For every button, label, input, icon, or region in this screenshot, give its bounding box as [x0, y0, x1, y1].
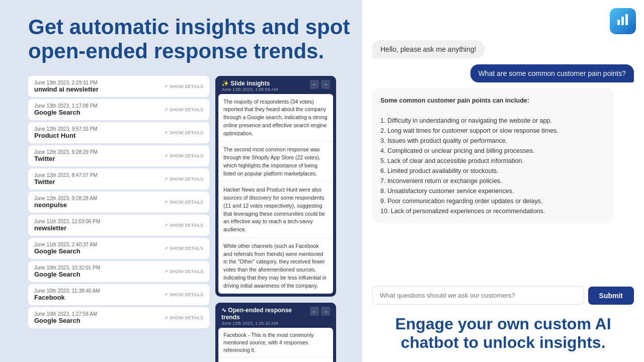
- response-item[interactable]: June 11th 2023, 2:40:37 AM Google Search…: [28, 238, 209, 259]
- response-date: June 11th 2023, 12:03:06 PM: [34, 219, 100, 224]
- show-details-link[interactable]: SHOW DETAILS: [164, 223, 203, 228]
- logo-icon: [616, 13, 630, 30]
- response-date: June 11th 2023, 2:40:37 AM: [34, 242, 97, 247]
- response-date: June 12th 2023, 9:28:28 AM: [34, 196, 97, 201]
- right-panel: Hello, please ask me anything! What are …: [362, 0, 644, 362]
- open-ended-actions: ← →: [310, 307, 330, 316]
- response-date: June 10th 2023, 11:38:40 AM: [34, 288, 100, 294]
- insight-text-block: Hacker News and Product Hunt were also s…: [218, 182, 333, 238]
- response-item-left: June 13th 2023, 1:17:08 PM Google Search: [34, 103, 98, 116]
- headline-line2: open-ended response trends.: [28, 39, 324, 63]
- show-details-link[interactable]: SHOW DETAILS: [164, 269, 203, 274]
- slide-insights-header: ✨ Slide insights June 12th 2023, 1:05:59…: [215, 76, 336, 94]
- show-details-link[interactable]: SHOW DETAILS: [164, 153, 203, 158]
- response-name: Google Search: [34, 270, 100, 278]
- headline-line1: Get automatic insights and spot: [28, 15, 350, 39]
- bot-greeting: Hello, please ask me anything!: [372, 40, 485, 58]
- response-item[interactable]: June 13th 2023, 1:17:08 PM Google Search…: [28, 99, 209, 120]
- headline: Get automatic insights and spot open-end…: [28, 15, 352, 64]
- slide-insights-card: ✨ Slide insights June 12th 2023, 1:05:59…: [215, 76, 336, 297]
- response-item[interactable]: June 12th 2023, 9:57:33 PM Product Hunt …: [28, 122, 209, 143]
- response-item[interactable]: June 12th 2023, 9:28:29 PM Twitter SHOW …: [28, 145, 209, 166]
- response-date: June 13th 2023, 1:17:08 PM: [34, 103, 98, 109]
- chat-area: Hello, please ask me anything! What are …: [372, 10, 634, 274]
- show-details-link[interactable]: SHOW DETAILS: [164, 107, 203, 112]
- response-item-left: June 10th 2023, 11:38:40 AM Facebook: [34, 288, 100, 301]
- response-item[interactable]: June 13th 2023, 2:29:31 PM unwind ai new…: [28, 76, 209, 97]
- response-item-left: June 12th 2023, 9:28:29 PM Twitter: [34, 149, 98, 162]
- tagline-line1: Engage your own custom AI: [395, 315, 611, 333]
- show-details-link[interactable]: SHOW DETAILS: [164, 315, 203, 320]
- insight-text-block: While other channels (such as Facebook a…: [218, 238, 333, 294]
- open-ended-header: ∿ Open-ended response trends June 12th 2…: [215, 303, 336, 328]
- open-ended-title-group: ∿ Open-ended response trends June 12th 2…: [221, 307, 310, 326]
- response-date: June 12th 2023, 9:28:29 PM: [34, 149, 98, 155]
- response-date: June 12th 2023, 9:57:33 PM: [34, 126, 98, 132]
- show-details-link[interactable]: SHOW DETAILS: [164, 246, 203, 251]
- response-item-left: June 10th 2023, 10:32:01 PM Google Searc…: [34, 265, 100, 278]
- response-item[interactable]: June 12th 2023, 9:28:28 AM neonpulse SHO…: [28, 192, 209, 213]
- show-details-link[interactable]: SHOW DETAILS: [164, 176, 203, 182]
- tagline-line2: chatbot to unlock insights.: [400, 333, 605, 351]
- response-name: Twitter: [34, 178, 98, 186]
- slide-insights-title: ✨ Slide insights: [221, 80, 278, 87]
- response-item-left: June 13th 2023, 2:29:31 PM unwind ai new…: [34, 80, 99, 93]
- trend-text-block: Ads - Two responses specifically mention…: [218, 357, 333, 362]
- open-ended-body: Facebook - This is the most commonly men…: [218, 328, 333, 362]
- svg-rect-0: [617, 20, 620, 25]
- response-item-left: June 12th 2023, 9:57:33 PM Product Hunt: [34, 126, 98, 139]
- svg-rect-1: [621, 17, 624, 25]
- response-list: June 13th 2023, 2:29:31 PM unwind ai new…: [28, 76, 209, 362]
- response-item-left: June 12th 2023, 8:47:07 PM Twitter: [34, 172, 98, 186]
- response-item[interactable]: June 10th 2023, 1:27:58 AM Google Search…: [28, 307, 209, 328]
- trend-prev-button[interactable]: ←: [310, 307, 319, 316]
- slide-insights-title-group: ✨ Slide insights June 12th 2023, 1:05:59…: [221, 80, 278, 92]
- open-ended-date: June 12th 2023, 1:05:32 AM: [221, 321, 310, 326]
- response-item-left: June 11th 2023, 12:03:06 PM newsletter: [34, 219, 100, 232]
- show-details-link[interactable]: SHOW DETAILS: [164, 292, 203, 297]
- insight-text-block: The majority of respondents (34 votes) r…: [218, 94, 333, 142]
- trend-text-block: Facebook - This is the most commonly men…: [218, 328, 333, 357]
- show-details-link[interactable]: SHOW DETAILS: [164, 84, 203, 89]
- slide-insights-actions: ← →: [310, 80, 330, 89]
- bottom-tagline: Engage your own custom AI chatbot to unl…: [372, 315, 634, 352]
- open-ended-trends-card: ∿ Open-ended response trends June 12th 2…: [215, 303, 336, 362]
- slide-prev-button[interactable]: ←: [310, 80, 319, 89]
- content-area: June 13th 2023, 2:29:31 PM unwind ai new…: [28, 76, 352, 362]
- chat-input[interactable]: [372, 286, 584, 305]
- response-name: unwind ai newsletter: [34, 85, 99, 93]
- left-panel: Get automatic insights and spot open-end…: [0, 0, 362, 362]
- response-name: neonpulse: [34, 201, 97, 209]
- response-date: June 12th 2023, 8:47:07 PM: [34, 172, 98, 178]
- user-question: What are some common customer pain point…: [470, 64, 634, 82]
- response-date: June 10th 2023, 10:32:01 PM: [34, 265, 100, 270]
- trend-next-button[interactable]: →: [321, 307, 330, 316]
- response-item[interactable]: June 12th 2023, 8:47:07 PM Twitter SHOW …: [28, 168, 209, 190]
- slide-insights-date: June 12th 2023, 1:05:59 AM: [221, 87, 278, 92]
- response-name: Google Search: [34, 109, 98, 116]
- response-item[interactable]: June 11th 2023, 12:03:06 PM newsletter S…: [28, 215, 209, 236]
- show-details-link[interactable]: SHOW DETAILS: [164, 200, 203, 205]
- chat-response: Some common customer pain points can inc…: [372, 88, 614, 223]
- response-item-left: June 10th 2023, 1:27:58 AM Google Search: [34, 311, 97, 324]
- svg-rect-2: [625, 14, 628, 25]
- show-details-link[interactable]: SHOW DETAILS: [164, 130, 203, 135]
- response-date: June 13th 2023, 2:29:31 PM: [34, 80, 99, 85]
- slide-insights-body: The majority of respondents (34 votes) r…: [218, 94, 333, 294]
- insight-text-block: The second most common response was thro…: [218, 142, 333, 182]
- response-name: Twitter: [34, 155, 98, 162]
- response-name: Product Hunt: [34, 132, 98, 139]
- response-item[interactable]: June 10th 2023, 11:38:40 AM Facebook SHO…: [28, 284, 209, 305]
- response-item[interactable]: June 10th 2023, 10:32:01 PM Google Searc…: [28, 261, 209, 282]
- response-name: Google Search: [34, 247, 97, 255]
- open-ended-title: ∿ Open-ended response trends: [221, 307, 310, 321]
- insights-panel: ✨ Slide insights June 12th 2023, 1:05:59…: [215, 76, 336, 362]
- logo-box: [610, 8, 636, 34]
- response-date: June 10th 2023, 1:27:58 AM: [34, 311, 97, 317]
- response-item-left: June 11th 2023, 2:40:37 AM Google Search: [34, 242, 97, 255]
- slide-next-button[interactable]: →: [321, 80, 330, 89]
- response-name: newsletter: [34, 224, 100, 232]
- submit-button[interactable]: Submit: [588, 287, 634, 305]
- chat-input-row: Submit: [372, 286, 634, 305]
- response-name: Google Search: [34, 317, 97, 324]
